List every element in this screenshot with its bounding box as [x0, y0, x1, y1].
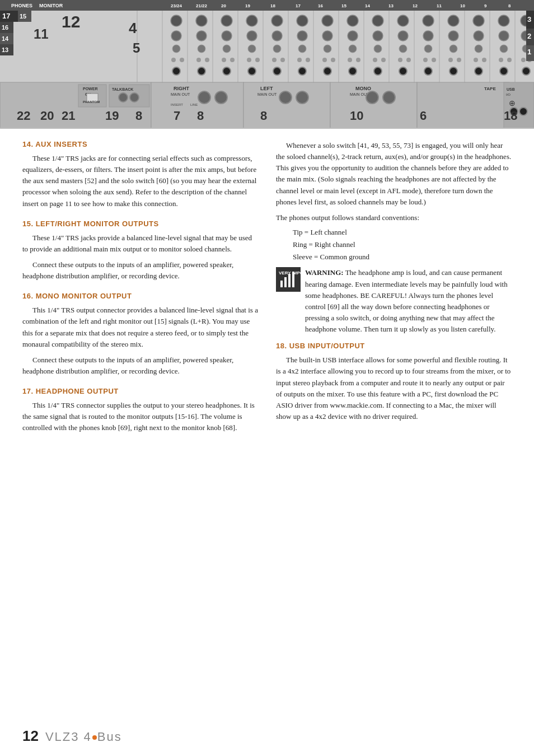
- svg-text:17: 17: [2, 12, 10, 20]
- svg-point-100: [230, 58, 235, 62]
- svg-point-111: [373, 58, 377, 62]
- svg-text:MAIN OUT: MAIN OUT: [257, 92, 277, 96]
- svg-point-69: [272, 31, 282, 41]
- usb-para1: The built-in USB interface allows for so…: [276, 354, 512, 422]
- svg-text:MAIN OUT: MAIN OUT: [171, 92, 190, 96]
- section-mono-monitor-body: This 1/4" TRS output connector provides …: [22, 305, 258, 377]
- svg-text:12: 12: [62, 12, 80, 31]
- svg-point-53: [246, 15, 257, 26]
- footer-bus: Bus: [97, 730, 122, 744]
- svg-point-148: [119, 93, 128, 102]
- solo-para: Whenever a solo switch [41, 49, 53, 55, …: [276, 140, 512, 208]
- svg-point-99: [222, 58, 226, 62]
- svg-point-183: [519, 108, 527, 115]
- svg-point-134: [399, 67, 407, 75]
- svg-point-65: [171, 31, 181, 41]
- svg-point-90: [424, 45, 432, 53]
- svg-point-113: [398, 58, 402, 62]
- lr-monitor-para1: These 1/4" TRS jacks provide a balanced …: [22, 232, 258, 255]
- svg-text:10: 10: [350, 109, 363, 123]
- svg-rect-194: [284, 277, 287, 287]
- svg-point-129: [273, 67, 281, 75]
- svg-text:⊕: ⊕: [509, 99, 516, 108]
- svg-text:USB: USB: [507, 87, 515, 91]
- svg-point-119: [474, 58, 478, 62]
- svg-point-122: [507, 58, 512, 62]
- svg-point-50: [171, 15, 182, 26]
- section-lr-monitor-title: 15. LEFT/RIGHT MONITOR OUTPUTS: [22, 220, 258, 229]
- section-mono-monitor-title: 16. MONO MONITOR OUTPUT: [22, 292, 258, 301]
- svg-point-58: [372, 15, 383, 26]
- svg-text:MONITOR: MONITOR: [39, 3, 63, 8]
- svg-point-86: [324, 45, 331, 53]
- svg-point-61: [448, 15, 459, 26]
- tip-label: Tip = Left channel: [293, 227, 512, 238]
- svg-point-149: [130, 93, 139, 102]
- svg-point-105: [297, 58, 302, 62]
- svg-point-137: [475, 67, 483, 75]
- section-headphone-title: 17. HEADPHONE OUTPUT: [22, 387, 258, 396]
- lr-monitor-para2: Connect these outputs to the inputs of a…: [22, 259, 258, 282]
- svg-point-102: [255, 58, 260, 62]
- svg-rect-195: [288, 274, 291, 287]
- svg-point-78: [499, 31, 509, 41]
- svg-point-110: [356, 58, 360, 62]
- footer-dot: [92, 735, 97, 740]
- svg-point-116: [432, 58, 436, 62]
- section-lr-monitor: 15. LEFT/RIGHT MONITOR OUTPUTS These 1/4…: [22, 220, 258, 282]
- svg-point-62: [473, 15, 484, 26]
- svg-point-83: [248, 45, 256, 53]
- svg-point-103: [272, 58, 277, 62]
- svg-text:10: 10: [460, 3, 465, 8]
- svg-point-118: [457, 58, 461, 62]
- svg-point-109: [348, 58, 352, 62]
- svg-text:14: 14: [2, 35, 9, 42]
- svg-text:11: 11: [437, 3, 442, 8]
- section-usb-title: 18. USB INPUT/OUTPUT: [276, 342, 512, 351]
- svg-text:20: 20: [40, 109, 54, 123]
- section-aux-inserts: 14. AUX INSERTS These 1/4" TRS jacks are…: [22, 140, 258, 209]
- svg-text:3: 3: [527, 15, 531, 24]
- svg-point-106: [306, 58, 310, 62]
- svg-point-51: [196, 15, 207, 26]
- svg-point-76: [448, 31, 458, 41]
- sleeve-label: Sleeve = Common ground: [293, 251, 512, 263]
- svg-point-63: [498, 15, 509, 26]
- svg-text:13: 13: [388, 3, 394, 8]
- footer-brand: VLZ3 4: [45, 730, 92, 744]
- svg-text:5: 5: [133, 40, 140, 55]
- svg-text:2: 2: [527, 32, 531, 40]
- svg-text:16: 16: [318, 3, 323, 8]
- svg-text:8: 8: [508, 3, 511, 8]
- left-column: 14. AUX INSERTS These 1/4" TRS jacks are…: [22, 140, 258, 444]
- svg-text:LEFT: LEFT: [260, 86, 273, 91]
- svg-text:7: 7: [174, 109, 180, 123]
- svg-point-114: [406, 58, 411, 62]
- svg-rect-170: [330, 82, 417, 128]
- svg-point-108: [331, 58, 335, 62]
- svg-point-72: [348, 31, 358, 41]
- svg-text:21: 21: [62, 109, 75, 123]
- svg-point-121: [499, 58, 503, 62]
- warning-icon: VERY IMPORTANT: [276, 267, 301, 292]
- svg-point-130: [298, 67, 306, 75]
- right-column: Whenever a solo switch [41, 49, 53, 55, …: [276, 140, 512, 444]
- svg-text:POWER: POWER: [83, 87, 97, 91]
- svg-point-80: [172, 45, 180, 53]
- svg-text:14: 14: [365, 3, 370, 8]
- footer-brand-text: VLZ3 4Bus: [45, 730, 122, 744]
- svg-text:15: 15: [341, 3, 346, 8]
- phones-conventions: Tip = Left channel Ring = Right channel …: [293, 227, 512, 263]
- svg-point-68: [247, 31, 257, 41]
- svg-point-97: [196, 58, 201, 62]
- svg-point-123: [521, 58, 526, 62]
- svg-point-158: [198, 91, 210, 104]
- svg-text:19: 19: [245, 3, 250, 8]
- svg-point-138: [500, 67, 508, 75]
- svg-text:1: 1: [527, 48, 531, 56]
- svg-point-135: [424, 67, 432, 75]
- svg-point-131: [324, 67, 331, 75]
- section-aux-inserts-title: 14. AUX INSERTS: [22, 140, 258, 150]
- svg-point-52: [221, 15, 232, 26]
- svg-text:6: 6: [420, 109, 427, 123]
